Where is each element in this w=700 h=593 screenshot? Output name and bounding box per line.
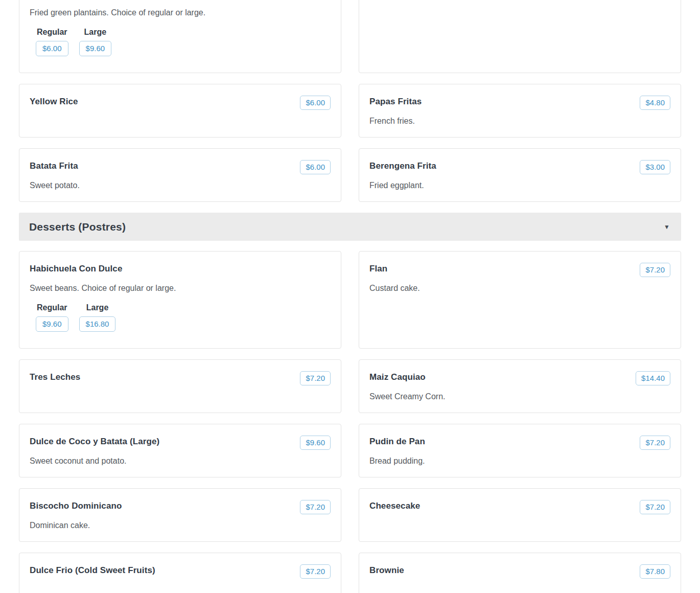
menu-row: Dulce Frio (Cold Sweet Fruits) $7.20 Bro… [19,553,681,593]
menu-item-card-dulce-frio[interactable]: Dulce Frio (Cold Sweet Fruits) $7.20 [19,553,341,593]
menu-item-description: Dominican cake. [30,520,331,531]
menu-item-description: French fries. [369,116,670,127]
menu-row: Fried green plantains. Choice of regular… [19,0,681,73]
size-option-regular: Regular $9.60 [36,302,68,332]
menu-item-name: Tres Leches [30,372,331,383]
menu-item-name: Pudin de Pan [369,436,670,447]
menu-item-name: Habichuela Con Dulce [30,263,331,275]
price-button[interactable]: $6.00 [300,160,331,174]
menu-item-card-habichuela[interactable]: Habichuela Con Dulce Sweet beans. Choice… [19,251,341,349]
menu-item-description: Bread pudding. [369,455,670,467]
menu-item-card-biscocho[interactable]: Biscocho Dominicano Dominican cake. $7.2… [19,488,341,542]
size-price-button[interactable]: $16.80 [79,316,116,332]
menu-item-description: Sweet Creamy Corn. [369,391,670,402]
menu-row: Habichuela Con Dulce Sweet beans. Choice… [19,251,681,349]
price-button[interactable]: $14.40 [636,371,670,385]
price-button[interactable]: $7.20 [640,436,670,450]
menu-item-name: Berengena Frita [369,161,670,172]
price-button[interactable]: $7.20 [640,500,670,514]
menu-item-card-cheesecake[interactable]: Cheesecake $7.20 [359,488,681,542]
size-label: Large [84,27,107,38]
menu-item-card-maiz-caquiao[interactable]: Maiz Caquiao Sweet Creamy Corn. $14.40 [359,359,681,413]
menu-item-name: Yellow Rice [30,96,331,107]
menu-item-description: Sweet coconut and potato. [30,455,331,467]
menu-item-name: Maiz Caquiao [369,372,670,383]
menu-item-card-pudin-de-pan[interactable]: Pudin de Pan Bread pudding. $7.20 [359,424,681,477]
menu-item-name: Dulce de Coco y Batata (Large) [30,436,331,447]
price-button[interactable]: $4.80 [640,96,670,110]
size-options: Regular $6.00 Large $9.60 [36,27,331,56]
menu-item-card-batata-frita[interactable]: Batata Frita Sweet potato. $6.00 [19,148,341,202]
price-button[interactable]: $3.00 [640,160,670,174]
menu-item-card-flan[interactable]: Flan Custard cake. $7.20 [359,251,681,349]
menu-item-name: Batata Frita [30,161,331,172]
size-price-button[interactable]: $9.60 [36,316,68,332]
menu-item-name: Dulce Frio (Cold Sweet Fruits) [30,565,331,576]
menu-row: Batata Frita Sweet potato. $6.00 Berenge… [19,148,681,202]
price-button[interactable]: $6.00 [300,96,331,110]
section-title: Desserts (Postres) [29,221,126,233]
size-option-large: Large $9.60 [79,27,112,56]
menu-row: Yellow Rice $6.00 Papas Fritas French fr… [19,84,681,138]
menu-item-description: Sweet beans. Choice of regular or large. [30,283,331,294]
menu-item-card-brownie[interactable]: Brownie $7.80 [359,553,681,593]
size-label: Large [86,302,109,313]
menu-list: Fried green plantains. Choice of regular… [0,0,700,593]
menu-item-name: Flan [369,263,670,275]
menu-item-card-papas-fritas[interactable]: Papas Fritas French fries. $4.80 [359,84,681,138]
menu-item-description: Custard cake. [369,283,670,294]
price-button[interactable]: $7.20 [300,500,331,514]
menu-item-card-yellow-rice[interactable]: Yellow Rice $6.00 [19,84,341,138]
price-button[interactable]: $7.20 [300,371,331,385]
menu-item-description: Sweet potato. [30,180,331,191]
menu-row: Dulce de Coco y Batata (Large) Sweet coc… [19,424,681,477]
chevron-down-icon[interactable]: ▼ [664,223,670,231]
menu-item-description: Fried eggplant. [369,180,670,191]
menu-item-card-berengena-frita[interactable]: Berengena Frita Fried eggplant. $3.00 [359,148,681,202]
menu-item-card-dulce-de-coco[interactable]: Dulce de Coco y Batata (Large) Sweet coc… [19,424,341,477]
price-button[interactable]: $7.20 [300,564,331,579]
menu-item-name: Papas Fritas [369,96,670,107]
size-label: Regular [37,27,67,38]
size-options: Regular $9.60 Large $16.80 [36,302,331,332]
size-option-regular: Regular $6.00 [36,27,68,56]
size-label: Regular [37,302,67,313]
menu-row: Biscocho Dominicano Dominican cake. $7.2… [19,488,681,542]
menu-item-card-plantains[interactable]: Fried green plantains. Choice of regular… [19,0,341,73]
price-button[interactable]: $7.20 [640,263,670,277]
menu-item-description: Fried green plantains. Choice of regular… [30,7,331,18]
size-price-button[interactable]: $6.00 [36,41,68,56]
section-header-desserts[interactable]: Desserts (Postres) ▼ [19,213,681,241]
menu-item-name: Cheesecake [369,500,670,512]
price-button[interactable]: $7.80 [640,564,670,579]
menu-item-name: Biscocho Dominicano [30,500,331,512]
menu-row: Tres Leches $7.20 Maiz Caquiao Sweet Cre… [19,359,681,413]
menu-item-card-partial[interactable] [359,0,681,73]
size-option-large: Large $16.80 [79,302,116,332]
menu-item-name: Brownie [369,565,670,576]
size-price-button[interactable]: $9.60 [79,41,112,56]
menu-item-card-tres-leches[interactable]: Tres Leches $7.20 [19,359,341,413]
price-button[interactable]: $9.60 [300,436,331,450]
